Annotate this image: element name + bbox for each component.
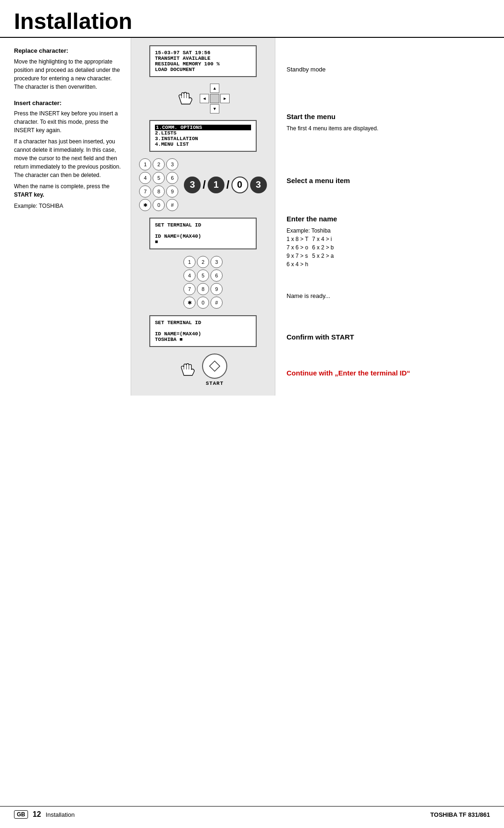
center-column: 15-03-97 SAT 19:56 TRANSMIT AVAILABLE RE… [131,38,275,396]
right-desc-1: Standby mode [287,65,495,75]
menu-box-area: 1.COMM. OPTIONS 2.LISTS 3.INSTALLATION 4… [140,120,266,152]
screen2-line4: ■ [155,239,251,245]
table-cell: 7 x 6 > o [287,243,312,252]
key-5[interactable]: 5 [153,172,165,184]
key2-7[interactable]: 7 [183,283,196,295]
table-cell: 6 x 4 > h [287,260,312,269]
start-key-bold: START key. [14,191,44,198]
screen3: SET TERMINAL ID ID NAME=(MAX40) TOSHIBA … [149,315,257,347]
key-9[interactable]: 9 [166,185,178,198]
table-cell: 7 x 4 > i [312,235,337,243]
table-cell: 5 x 2 > a [312,252,337,260]
num-3b-circle: 3 [250,177,267,193]
key-3[interactable]: 3 [166,158,178,170]
arrow-down-btn[interactable]: ▼ [210,104,219,113]
svg-marker-6 [210,361,220,371]
arrow-up-btn[interactable]: ▲ [210,84,219,93]
right-row-5: Name is ready... [287,275,495,317]
key-8[interactable]: 8 [153,185,165,198]
right-desc-5: Name is ready... [287,291,495,301]
key-1[interactable]: 1 [139,158,151,170]
screen2: SET TERMINAL ID ID NAME=(MAX40) ■ [149,218,257,249]
arrow-empty-bl [200,104,209,113]
right-row-2: Start the menu The first 4 menu items ar… [287,93,495,154]
footer-gb-badge: GB [14,810,28,819]
num-select-area: 1 2 3 4 5 6 7 8 9 ✱ 0 # 3 / 1 / 0 3 [139,158,266,211]
key-2[interactable]: 2 [153,158,165,170]
num-1-circle: 1 [208,177,224,193]
right-column: Standby mode Start the menu The first 4 … [275,38,504,396]
key-7[interactable]: 7 [139,185,151,198]
key-hash[interactable]: # [166,199,178,211]
key2-hash[interactable]: # [210,297,223,309]
main-content: Replace character: Move the highlighting… [0,38,504,396]
key2-5[interactable]: 5 [197,269,209,282]
key2-9[interactable]: 9 [210,283,223,295]
slash2: / [226,178,230,191]
screen1-line1: 15-03-97 SAT 19:56 [155,50,251,56]
page-title: Installation [0,0,504,38]
start-button[interactable] [202,354,227,379]
table-cell [312,260,337,269]
num-sequence: 3 / 1 / 0 3 [184,177,266,193]
screen3-line1: SET TERMINAL ID [155,320,251,326]
menu-box: 1.COMM. OPTIONS 2.LISTS 3.INSTALLATION 4… [149,120,257,152]
right-label-6: Confirm with START [287,332,495,343]
table-row: 7 x 6 > o 6 x 2 > b [287,243,337,252]
table-cell: 1 x 8 > T [287,235,312,243]
menu-item2: 2.LISTS [155,130,251,136]
arrow-left-btn[interactable]: ◄ [200,94,209,103]
key2-4[interactable]: 4 [183,269,196,282]
footer-page-number: 12 [33,810,41,819]
key-6[interactable]: 6 [166,172,178,184]
right-label-2: Start the menu [287,111,495,122]
screen3-line4: TOSHIBA ■ [155,337,251,342]
slash1: / [203,178,206,191]
menu-item3: 3.INSTALLATION [155,136,251,142]
table-cell: 9 x 7 > s [287,252,312,260]
table-row: 9 x 7 > s 5 x 2 > a [287,252,337,260]
insert-char-text2: If a character has just been inserted, y… [14,137,121,179]
footer-model: TOSHIBA TF 831/861 [430,811,490,818]
continue-text: Continue with „Enter the terminal ID“ [287,368,495,379]
screen2-line1: SET TERMINAL ID [155,222,251,228]
screen1-line2: TRANSMIT AVAILABLE [155,56,251,61]
num-0-circle: 0 [231,177,248,193]
key-star[interactable]: ✱ [139,199,151,211]
start-button-area: START [202,354,227,386]
screen2-line3: ID NAME=(MAX40) [155,234,251,239]
right-row-6: Confirm with START [287,317,495,359]
right-row-3: Select a menu item [287,154,495,210]
key-0[interactable]: 0 [153,199,165,211]
start-area: START [179,354,227,386]
arrow-empty-br [220,104,230,113]
num-3-circle: 3 [184,177,201,193]
screen2-line2 [155,228,251,234]
key-4[interactable]: 4 [139,172,151,184]
arrow-right-btn[interactable]: ► [220,94,230,103]
key2-6[interactable]: 6 [210,269,223,282]
screen3-line2 [155,326,251,331]
replace-char-text: Move the highlighting to the appropriate… [14,57,121,91]
insert-char-text1: Press the INSERT key before you insert a… [14,109,121,134]
screen1: 15-03-97 SAT 19:56 TRANSMIT AVAILABLE RE… [149,45,257,77]
right-row-1: Standby mode [287,46,495,93]
footer-left: GB 12 Installation [14,810,75,819]
table-row: 6 x 4 > h [287,260,337,269]
arrow-center-btn[interactable] [210,94,219,103]
key2-8[interactable]: 8 [197,283,209,295]
key2-star[interactable]: ✱ [183,297,196,309]
key2-2[interactable]: 2 [197,256,209,268]
hand-pointer-icon-2 [179,363,197,377]
insert-char-heading: Insert character: [14,99,121,108]
key2-1[interactable]: 1 [183,256,196,268]
key2-0[interactable]: 0 [197,297,209,309]
right-desc-4: Example: Toshiba 1 x 8 > T 7 x 4 > i 7 x… [287,226,495,269]
arrow-pad-area: ▲ ◄ ► ▼ [176,84,230,113]
arrow-empty-tr [220,84,230,93]
example-label: Example: TOSHIBA [14,202,121,210]
table-cell: 6 x 2 > b [312,243,337,252]
replace-char-heading: Replace character: [14,46,121,56]
key2-3[interactable]: 3 [210,256,223,268]
arrow-pad: ▲ ◄ ► ▼ [200,84,230,113]
